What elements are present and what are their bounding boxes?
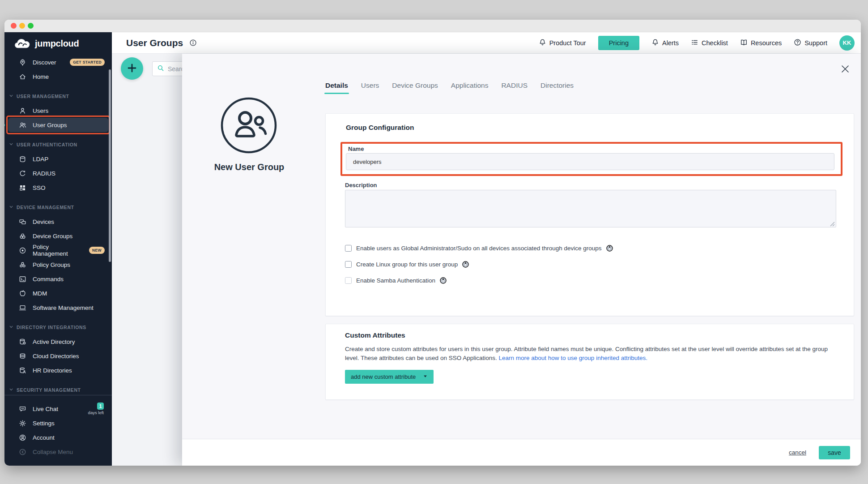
sidebar-item-software-management[interactable]: Software Management (8, 300, 108, 315)
sidebar-section-user-management[interactable]: USER MANAGEMENT (4, 89, 112, 103)
option-row-enable-users-as-global-administrator-sud: Enable users as Global Administrator/Sud… (345, 244, 613, 252)
group-name-input[interactable] (346, 153, 834, 170)
plus-icon (127, 63, 137, 75)
sidebar-item-collapse-menu[interactable]: Collapse Menu (8, 445, 108, 459)
collapse-menu-icon (19, 448, 26, 456)
active-directory-icon (19, 338, 26, 346)
sidebar-item-commands[interactable]: Commands (8, 272, 108, 286)
badge-new: NEW (89, 247, 105, 254)
header-action-label: Support (804, 39, 827, 47)
cancel-button[interactable]: cancel (789, 449, 806, 456)
desktop-background: { "colors": { "accent": "#3cc8b4", "anno… (0, 0, 868, 484)
sidebar-item-label: Discover (33, 59, 56, 66)
pricing-button[interactable]: Pricing (598, 36, 639, 50)
commands-icon (19, 275, 26, 283)
sidebar-item-label: Cloud Directories (33, 353, 79, 360)
account-icon (19, 434, 26, 441)
sidebar-item-discover[interactable]: DiscoverGET STARTED (8, 55, 108, 69)
sidebar-item-ldap[interactable]: LDAP (8, 152, 108, 166)
alerts-icon (651, 39, 659, 47)
save-button[interactable]: save (819, 446, 850, 459)
sidebar-item-label: Users (33, 107, 48, 114)
cloud-directories-icon (19, 352, 26, 360)
sidebar-item-label: Home (33, 73, 49, 80)
tab-directories[interactable]: Directories (540, 81, 574, 94)
sidebar-footer: Live Chat1days leftSettingsAccountCollap… (4, 395, 112, 459)
jumpcloud-logo-icon (14, 38, 31, 50)
sidebar-item-home[interactable]: Home (8, 69, 108, 84)
page-title: User Groups (126, 38, 183, 48)
sidebar-scrollbar[interactable] (109, 69, 111, 262)
checkbox-enable-samba-authentication[interactable] (345, 277, 352, 284)
tab-users[interactable]: Users (361, 81, 379, 94)
info-icon[interactable] (440, 277, 447, 284)
tab-device-groups[interactable]: Device Groups (392, 81, 438, 94)
info-icon[interactable] (462, 261, 469, 268)
sidebar-item-cloud-directories[interactable]: Cloud Directories (8, 349, 108, 363)
policy-management-icon (19, 247, 26, 254)
sidebar-section-label: USER MANAGEMENT (17, 94, 69, 99)
badge-get-started: GET STARTED (70, 59, 105, 66)
group-configuration-heading: Group Configuration (346, 124, 414, 132)
window-zoom-button[interactable] (28, 23, 34, 29)
checkbox-create-linux-group-for-this-user-group[interactable] (345, 261, 352, 268)
sidebar-item-account[interactable]: Account (8, 430, 108, 445)
header-action-label: Resources (751, 39, 782, 47)
header-action-label: Product Tour (549, 39, 586, 47)
sidebar-item-live-chat[interactable]: Live Chat1days left (8, 402, 108, 416)
sidebar-item-hr-directories[interactable]: HR Directories (8, 363, 108, 377)
sidebar-item-sso[interactable]: SSO (8, 180, 108, 195)
sidebar-item-settings[interactable]: Settings (8, 416, 108, 430)
header-action-alerts[interactable]: Alerts (651, 39, 679, 47)
tab-details[interactable]: Details (325, 81, 348, 94)
window-minimize-button[interactable] (19, 23, 25, 29)
header-action-resources[interactable]: Resources (740, 39, 782, 47)
days-left-count-badge: 1 (97, 403, 104, 410)
sidebar-nav: DiscoverGET STARTEDHomeUSER MANAGEMENTUs… (4, 55, 112, 395)
sidebar-item-devices[interactable]: Devices (8, 214, 108, 229)
group-description-textarea[interactable] (345, 190, 836, 227)
jumpcloud-logo[interactable]: jumpcloud (4, 32, 112, 55)
sidebar-section-directory-integrations[interactable]: DIRECTORY INTEGRATIONS (4, 320, 112, 334)
sidebar-section-device-management[interactable]: DEVICE MANAGEMENT (4, 200, 112, 214)
sidebar-item-mdm[interactable]: MDM (8, 286, 108, 300)
header-action-label: Alerts (662, 39, 679, 47)
tab-applications[interactable]: Applications (451, 81, 489, 94)
header-action-product-tour[interactable]: Product Tour (539, 39, 586, 47)
mdm-icon (19, 290, 26, 297)
sidebar-item-label: Account (33, 434, 55, 441)
sidebar-item-device-groups[interactable]: Device Groups (8, 229, 108, 243)
tab-radius[interactable]: RADIUS (501, 81, 528, 94)
settings-icon (19, 420, 26, 427)
add-user-group-button[interactable] (121, 57, 143, 80)
learn-more-link[interactable]: Learn more about how to use group inheri… (498, 355, 647, 361)
sidebar-item-users[interactable]: Users (8, 103, 108, 118)
sidebar-item-label: Active Directory (33, 338, 75, 345)
jumpcloud-logo-text: jumpcloud (35, 39, 79, 49)
avatar[interactable]: KK (839, 35, 855, 51)
sidebar-section-user-authentication[interactable]: USER AUTHENTICATION (4, 137, 112, 152)
sidebar-item-user-groups[interactable]: User Groups (8, 118, 108, 132)
window-close-button[interactable] (11, 23, 17, 29)
close-icon[interactable] (839, 64, 851, 75)
sidebar-section-label: USER AUTHENTICATION (17, 142, 77, 147)
sidebar-item-label: Device Groups (33, 233, 72, 240)
sidebar-item-radius[interactable]: RADIUS (8, 166, 108, 180)
info-icon[interactable] (606, 245, 613, 252)
page-info-icon[interactable] (189, 39, 197, 47)
add-custom-attribute-button[interactable]: add new custom attribute (345, 370, 434, 384)
software-management-icon (19, 304, 26, 312)
header-action-checklist[interactable]: Checklist (691, 39, 728, 47)
new-user-group-drawer: New User Group DetailsUsersDevice Groups… (182, 54, 861, 466)
sidebar-section-security-management[interactable]: SECURITY MANAGEMENT (4, 383, 112, 395)
checkbox-enable-users-as-global-administrator-sud[interactable] (345, 245, 352, 252)
support-icon (794, 39, 801, 47)
sidebar-item-policy-management[interactable]: Policy ManagementNEW (8, 243, 108, 257)
sidebar-item-active-directory[interactable]: Active Directory (8, 334, 108, 349)
header-action-support[interactable]: Support (794, 39, 827, 47)
sidebar-item-label: User Groups (33, 122, 67, 128)
sidebar-item-policy-groups[interactable]: Policy Groups (8, 257, 108, 272)
sidebar-item-label: Policy Groups (33, 261, 70, 268)
app-window: jumpcloud DiscoverGET STARTEDHomeUSER MA… (4, 20, 861, 466)
live-chat-icon (19, 405, 26, 413)
